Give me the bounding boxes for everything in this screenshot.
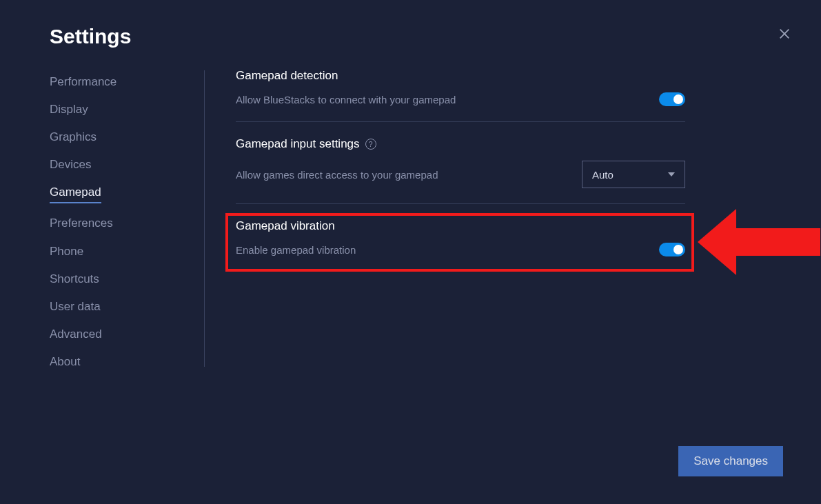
sidebar-item-phone[interactable]: Phone bbox=[50, 244, 83, 259]
chevron-down-icon bbox=[668, 172, 675, 177]
section-gamepad-vibration: Gamepad vibration Enable gamepad vibrati… bbox=[236, 203, 685, 272]
page-title: Settings bbox=[50, 25, 131, 48]
sidebar-item-user-data[interactable]: User data bbox=[50, 299, 101, 314]
toggle-gamepad-vibration[interactable] bbox=[659, 243, 685, 256]
section-desc: Allow games direct access to your gamepa… bbox=[236, 169, 438, 181]
select-gamepad-access[interactable]: Auto bbox=[582, 161, 685, 188]
section-desc: Enable gamepad vibration bbox=[236, 244, 356, 256]
sidebar-item-display[interactable]: Display bbox=[50, 102, 88, 117]
sidebar-item-shortcuts[interactable]: Shortcuts bbox=[50, 272, 99, 287]
save-changes-button[interactable]: Save changes bbox=[678, 446, 783, 476]
section-title-text: Gamepad input settings bbox=[236, 137, 360, 151]
select-value: Auto bbox=[592, 169, 614, 181]
annotation-arrow-icon bbox=[698, 209, 820, 275]
sidebar-item-about[interactable]: About bbox=[50, 354, 80, 370]
section-desc: Allow BlueStacks to connect with your ga… bbox=[236, 94, 456, 105]
toggle-gamepad-detection[interactable] bbox=[659, 92, 685, 106]
vertical-divider bbox=[204, 70, 205, 367]
section-gamepad-detection: Gamepad detection Allow BlueStacks to co… bbox=[236, 69, 685, 121]
help-icon[interactable]: ? bbox=[365, 139, 376, 150]
close-icon bbox=[778, 28, 791, 40]
settings-content: Gamepad detection Allow BlueStacks to co… bbox=[236, 69, 685, 272]
sidebar-item-devices[interactable]: Devices bbox=[50, 157, 91, 172]
svg-marker-2 bbox=[698, 209, 820, 275]
section-title: Gamepad input settings ? bbox=[236, 137, 685, 151]
sidebar: Performance Display Graphics Devices Gam… bbox=[50, 74, 198, 370]
section-title: Gamepad vibration bbox=[236, 219, 685, 233]
section-gamepad-input: Gamepad input settings ? Allow games dir… bbox=[236, 121, 685, 203]
sidebar-item-graphics[interactable]: Graphics bbox=[50, 130, 97, 145]
section-title: Gamepad detection bbox=[236, 69, 685, 83]
sidebar-item-preferences[interactable]: Preferences bbox=[50, 216, 113, 231]
close-button[interactable] bbox=[777, 26, 792, 41]
sidebar-item-advanced[interactable]: Advanced bbox=[50, 327, 102, 342]
sidebar-item-performance[interactable]: Performance bbox=[50, 74, 116, 90]
sidebar-item-gamepad[interactable]: Gamepad bbox=[50, 185, 101, 203]
